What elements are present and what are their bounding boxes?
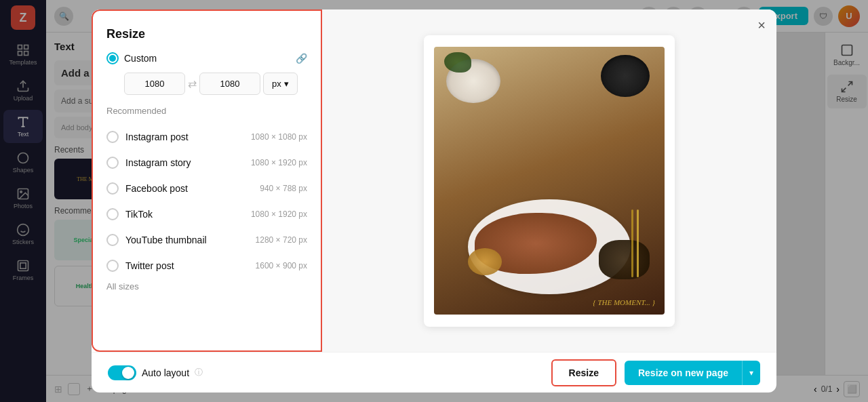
preset-radio-tiktok[interactable]	[106, 208, 119, 220]
bowl-pepper-preview	[601, 55, 650, 97]
toggle-knob	[122, 367, 134, 379]
resize-modal-title: Resize	[106, 27, 307, 41]
auto-layout-toggle[interactable]	[108, 365, 136, 380]
fork-preview	[631, 209, 633, 277]
preset-instagram-story[interactable]: Instagram story 1080 × 1920 px	[106, 150, 307, 176]
resize-button[interactable]: Resize	[551, 359, 616, 386]
preset-radio-instagram-post[interactable]	[106, 131, 119, 143]
preset-youtube-thumbnail[interactable]: YouTube thumbnail 1280 × 720 px	[106, 227, 307, 253]
dim-separator: ⇄	[188, 77, 197, 90]
custom-row: Custom 🔗	[106, 52, 307, 64]
herb	[444, 52, 471, 73]
unit-select[interactable]: px ▾	[263, 73, 298, 95]
app-container: Z Templates Upload Text Shapes Photos St…	[0, 0, 868, 402]
resize-options-panel: Resize Custom 🔗 ⇄ px ▾	[92, 9, 322, 352]
mushrooms-preview	[599, 240, 650, 279]
modal-body: Resize Custom 🔗 ⇄ px ▾	[92, 9, 776, 352]
auto-layout-label: Auto layout	[142, 367, 189, 378]
resize-on-new-page-button[interactable]: Resize on new page	[625, 361, 742, 385]
preview-frame: { THE MOMENT... }	[424, 35, 675, 327]
dimension-row: ⇄ px ▾	[106, 73, 307, 95]
modal-footer: Auto layout ⓘ Resize Resize on new page …	[92, 352, 776, 393]
custom-radio[interactable]	[106, 52, 119, 64]
preset-radio-instagram-story[interactable]	[106, 157, 119, 169]
preset-tiktok[interactable]: TikTok 1080 × 1920 px	[106, 201, 307, 227]
auto-layout-row: Auto layout ⓘ	[108, 365, 543, 380]
preset-twitter-post[interactable]: Twitter post 1600 × 900 px	[106, 253, 307, 279]
potato	[468, 248, 502, 275]
preset-facebook-post[interactable]: Facebook post 940 × 788 px	[106, 176, 307, 201]
link-icon: 🔗	[296, 53, 307, 64]
preset-instagram-post[interactable]: Instagram post 1080 × 1080 px	[106, 124, 307, 150]
preview-panel: { THE MOMENT... }	[322, 9, 776, 352]
height-input[interactable]	[199, 73, 260, 95]
info-icon[interactable]: ⓘ	[195, 367, 203, 378]
all-sizes-link[interactable]: All sizes	[106, 281, 307, 292]
preview-overlay-text: { THE MOMENT... }	[593, 298, 655, 306]
close-button[interactable]: ×	[757, 18, 766, 33]
resize-new-group: Resize on new page ▾	[625, 361, 760, 385]
resize-new-dropdown-arrow[interactable]: ▾	[742, 361, 760, 385]
modal-overlay: × Resize Custom 🔗 ⇄	[0, 0, 868, 402]
knife-preview	[637, 209, 639, 277]
width-input[interactable]	[124, 73, 185, 95]
recommended-section-label: Recommended	[106, 106, 307, 116]
preset-radio-facebook-post[interactable]	[106, 182, 119, 195]
custom-label: Custom	[124, 53, 157, 64]
chevron-down-icon: ▾	[284, 79, 289, 89]
preset-radio-twitter[interactable]	[106, 260, 119, 272]
resize-modal: × Resize Custom 🔗 ⇄	[92, 9, 776, 393]
preset-radio-youtube[interactable]	[106, 234, 119, 246]
